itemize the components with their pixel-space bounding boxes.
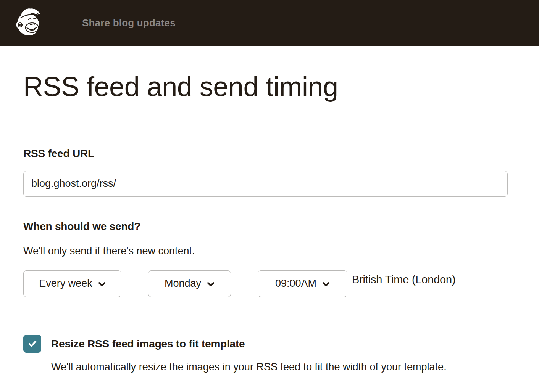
send-timing-subtext: We'll only send if there's new content.	[23, 245, 508, 257]
campaign-title: Share blog updates	[82, 17, 176, 29]
rss-url-label: RSS feed URL	[23, 148, 508, 160]
rss-url-input[interactable]	[23, 171, 508, 197]
resize-option-label: Resize RSS feed images to fit template	[51, 335, 447, 350]
send-timing-controls: Every week Monday 09:00AM British Time (…	[23, 270, 508, 297]
resize-option-description: We'll automatically resize the images in…	[51, 361, 447, 373]
resize-option-text: Resize RSS feed images to fit template W…	[51, 335, 447, 373]
checkmark-icon	[27, 338, 38, 349]
chevron-down-icon	[98, 282, 106, 287]
time-select[interactable]: 09:00AM	[258, 270, 347, 297]
chevron-down-icon	[207, 282, 215, 287]
resize-images-checkbox[interactable]	[23, 335, 41, 353]
timezone-label: British Time (London)	[352, 270, 455, 286]
page-title: RSS feed and send timing	[23, 71, 508, 103]
send-timing-heading: When should we send?	[23, 220, 508, 233]
main-content: RSS feed and send timing RSS feed URL Wh…	[0, 71, 539, 373]
resize-option-row: Resize RSS feed images to fit template W…	[23, 335, 508, 373]
mailchimp-freddie-icon	[15, 6, 43, 40]
frequency-select-value: Every week	[39, 278, 92, 289]
frequency-select[interactable]: Every week	[23, 270, 121, 297]
day-select-value: Monday	[165, 278, 201, 289]
top-bar: Share blog updates	[0, 0, 539, 46]
mailchimp-logo[interactable]	[15, 6, 43, 40]
day-select[interactable]: Monday	[148, 270, 231, 297]
chevron-down-icon	[322, 282, 330, 287]
time-select-value: 09:00AM	[275, 278, 316, 289]
